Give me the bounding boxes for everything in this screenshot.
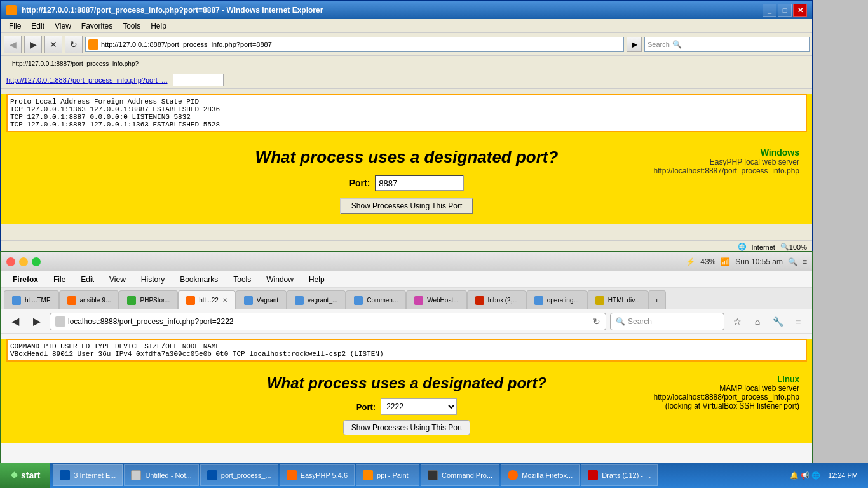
ff-server-note: (looking at VirtualBox SSH listener port… [654,402,800,410]
ie-go-button[interactable]: ▶ [627,37,642,52]
ff-reload-button[interactable]: ↻ [593,316,600,327]
ff-menu-firefox[interactable]: Firefox [6,274,44,285]
ie-search-box[interactable]: Search 🔍 [644,37,810,52]
ff-tab-label-1: ansible-9... [80,297,111,304]
ff-port-select[interactable]: 2222 [381,398,457,415]
taskbar-label-3: EasyPHP 5.4.6 [301,471,348,479]
ff-menu-help[interactable]: Help [302,274,331,285]
ff-menu-bookmarks[interactable]: Bookmarks [173,274,224,285]
ie-forward-button[interactable]: ▶ [24,36,42,53]
ff-maximize-button[interactable] [32,257,41,266]
ff-tab-icon-0 [12,296,21,305]
taskbar-item-6[interactable]: Mozilla Firefox... [501,464,580,486]
ff-tab-1[interactable]: ansible-9... [59,290,119,309]
ff-menu-file[interactable]: File [47,274,72,285]
ie-address-bar[interactable]: http://127.0.0.1:8887/port_process_info.… [85,37,624,52]
ff-tab-label-6: Commen... [367,297,398,304]
ff-tab-4[interactable]: Vagrant [236,290,287,309]
ff-tab-10[interactable]: HTML div... [587,290,648,309]
ff-tab-3[interactable]: htt...22 ✕ [178,290,236,309]
taskbar-item-0[interactable]: 3 Internet E... [53,464,123,486]
ff-address-bar[interactable]: localhost:8888/port_process_info.php?por… [50,313,606,330]
ie-menu-help[interactable]: Help [146,20,172,32]
ie-port-input[interactable] [375,175,464,191]
ie-os-info: Windows EasyPHP local web server http://… [654,147,800,175]
ie-minimize-button[interactable]: _ [763,4,776,17]
taskbar-item-5[interactable]: Command Pro... [421,464,499,486]
ie-menu-view[interactable]: View [50,20,76,32]
ff-tab-0[interactable]: htt...TME [4,290,59,309]
taskbar-icon-1 [131,470,141,480]
ie-tab-label: http://127.0.0.1:8887/port_process_info.… [12,60,139,67]
ff-menu-edit[interactable]: Edit [74,274,100,285]
ff-menu-tools[interactable]: Tools [227,274,257,285]
ff-tab-icon-2 [127,296,136,305]
ie-secondary-link[interactable]: http://127.0.0.1:8887/port_process_info.… [6,76,168,84]
ff-tab-7[interactable]: WebHost... [406,290,466,309]
ie-secondary-input[interactable] [173,74,224,86]
ff-tab-2[interactable]: PHPStor... [119,290,178,309]
ff-tab-label-3: htt...22 [199,297,219,304]
ff-navbar: ◀ ▶ localhost:8888/port_process_info.php… [1,309,812,334]
ff-tab-5[interactable]: vagrant_... [287,290,346,309]
ff-tab-icon-7 [414,296,423,305]
ff-tab-label-10: HTML div... [608,297,640,304]
ff-tab-label-5: vagrant_... [308,297,337,304]
ie-stop-button[interactable]: ✕ [44,36,62,53]
start-button[interactable]: ❖ start [0,463,50,488]
ie-search-icon: 🔍 [672,40,682,49]
taskbar-item-7[interactable]: Drafts (112) - ... [581,464,658,486]
ff-window-controls [6,257,41,266]
ff-bookmark-button[interactable]: ☆ [728,313,746,330]
ff-battery-level: 43% [700,257,715,266]
ie-back-button[interactable]: ◀ [4,36,22,53]
ff-minimize-button[interactable] [19,257,28,266]
ie-menu-tools[interactable]: Tools [118,20,146,32]
ff-addon-button[interactable]: 🔧 [769,313,787,330]
ff-submit-button[interactable]: Show Processes Using This Port [343,420,471,435]
ff-tab-8[interactable]: Inbox (2,... [467,290,526,309]
ie-menu-file[interactable]: File [4,20,26,32]
ff-home-button[interactable]: ⌂ [749,313,766,330]
ff-menu-view[interactable]: View [103,274,132,285]
taskbar-item-2[interactable]: port_process_... [200,464,278,486]
ff-tab-icon-3 [186,296,195,305]
ie-browser-window: http://127.0.0.1:8887/port_process_info.… [0,0,813,254]
ie-status-internet: 🌐 [738,243,747,251]
ie-menu-edit[interactable]: Edit [26,20,50,32]
taskbar-item-3[interactable]: EasyPHP 5.4.6 [280,464,355,486]
netstat-row-2: TCP 127.0.0.1:8887 0.0.0.0:0 LISTENING 5… [10,113,803,121]
ie-maximize-button[interactable]: □ [778,4,792,17]
ie-menu-favorites[interactable]: Favorites [76,20,118,32]
ie-netstat-output: Proto Local Address Foreign Address Stat… [6,94,807,132]
ie-refresh-button[interactable]: ↻ [65,36,83,53]
taskbar: ❖ start 3 Internet E... Untitled - Not..… [0,463,868,488]
ff-wifi-icon: 📶 [721,257,730,266]
ie-submit-button[interactable]: Show Processes Using This Port [340,198,474,214]
ff-tab-9[interactable]: operating... [526,290,587,309]
ie-close-button[interactable]: ✕ [793,4,807,17]
taskbar-item-4[interactable]: ppi - Paint [356,464,419,486]
ff-new-tab-button[interactable]: + [648,290,666,309]
ff-tabbar: htt...TME ansible-9... PHPStor... htt...… [1,288,812,309]
ff-forward-button[interactable]: ▶ [28,313,46,330]
taskbar-item-1[interactable]: Untitled - Not... [124,464,198,486]
ff-tab-close-3[interactable]: ✕ [222,297,227,304]
ff-browser-window: ⚡ 43% 📶 Sun 10:55 am 🔍 ≡ Firefox File Ed… [0,251,813,485]
ie-page-body: What process uses a designated port? Win… [1,137,812,224]
ff-tab-6[interactable]: Commen... [346,290,406,309]
ff-tab-icon-8 [475,296,484,305]
netstat-row-3: TCP 127.0.0.1:8887 127.0.0.1:1363 ESTABL… [10,121,803,128]
ie-tab-active[interactable]: http://127.0.0.1:8887/port_process_info.… [4,57,147,71]
ff-search-bar[interactable]: 🔍 Search [610,313,724,330]
ff-menu-window[interactable]: Window [260,274,300,285]
ff-address-text: localhost:8888/port_process_info.php?por… [68,317,590,326]
ff-battery-icon: ⚡ [686,257,695,266]
taskbar-label-2: port_process_... [221,471,271,479]
ff-tab-label-4: Vagrant [257,297,278,304]
ff-menu-history[interactable]: History [135,274,171,285]
ff-back-button[interactable]: ◀ [6,313,24,330]
ff-menu-button[interactable]: ≡ [789,313,807,330]
ff-close-button[interactable] [6,257,15,266]
ff-tab-label-8: Inbox (2,... [488,297,518,304]
